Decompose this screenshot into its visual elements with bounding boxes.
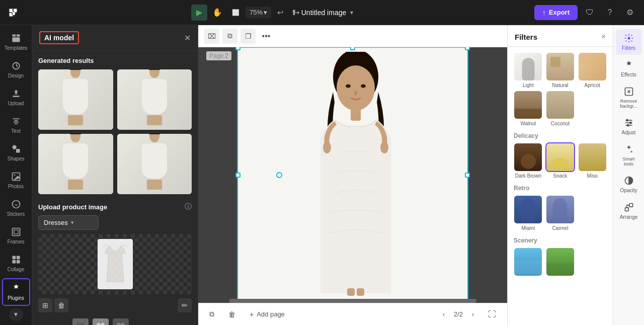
- category-dropdown[interactable]: Dresses ▾: [38, 215, 99, 230]
- filter-light[interactable]: Light: [514, 53, 543, 88]
- edit-button[interactable]: ✏: [178, 298, 192, 312]
- upload-header: Upload product image ⓘ: [38, 202, 192, 211]
- export-button[interactable]: ↑ Export: [534, 5, 578, 20]
- upload-area[interactable]: [38, 234, 192, 294]
- svg-rect-14: [16, 260, 20, 264]
- svg-rect-19: [351, 108, 361, 121]
- right-tool-remove-bg[interactable]: Remove backgr...: [616, 83, 642, 113]
- filter-apricot[interactable]: Apricot: [578, 53, 607, 88]
- help-icon[interactable]: ?: [602, 5, 618, 21]
- grid-view-button[interactable]: ⊞: [38, 298, 52, 312]
- settings-icon[interactable]: ⚙: [622, 5, 638, 21]
- canvas-viewport[interactable]: Page 2: [198, 47, 507, 303]
- svg-point-17: [346, 85, 351, 88]
- crop-tool[interactable]: ⌧: [204, 29, 219, 44]
- shield-icon[interactable]: 🛡: [582, 5, 598, 21]
- generated-result-3[interactable]: [38, 134, 113, 194]
- right-tool-filters[interactable]: Filters: [616, 29, 642, 55]
- svg-rect-5: [16, 149, 20, 153]
- document-title-area[interactable]: ⬆ Untitled image ▾: [291, 8, 354, 17]
- right-tool-adjust[interactable]: Adjust: [616, 114, 642, 139]
- filter-apricot-thumb: [579, 53, 606, 80]
- svg-rect-12: [16, 256, 20, 260]
- generated-result-2[interactable]: [117, 69, 192, 130]
- sidebar-item-collage[interactable]: Collage: [2, 251, 30, 276]
- split-tool[interactable]: ⧉: [222, 29, 237, 44]
- canvas-tools: ▶ ✋ ⬜ 75% ▾ ↩ ↪: [191, 5, 303, 21]
- copy-page-button[interactable]: ⧉: [204, 307, 219, 321]
- filter-walnut-thumb: [514, 91, 542, 119]
- filters-panel: Filters × Light: [507, 25, 613, 325]
- svg-rect-2: [12, 37, 20, 42]
- add-page-button[interactable]: + Add page: [245, 307, 290, 321]
- right-tool-opacity[interactable]: Opacity: [616, 172, 642, 197]
- more-options-button[interactable]: •••: [259, 29, 274, 44]
- filter-snack[interactable]: Snack: [546, 143, 575, 179]
- canvas-area: ⌧ ⧉ ❐ ••• Page 2: [198, 25, 507, 325]
- sidebar-item-frames[interactable]: Frames: [2, 223, 30, 249]
- svg-point-16: [337, 65, 375, 111]
- filter-scenery-2[interactable]: [546, 248, 575, 278]
- generated-result-4[interactable]: [117, 134, 192, 194]
- sidebar-item-text[interactable]: Text: [2, 112, 30, 138]
- duplicate-tool[interactable]: ❐: [240, 29, 256, 44]
- svg-point-4: [12, 145, 16, 149]
- filters-close-button[interactable]: ×: [601, 32, 606, 41]
- canvas-scroll-thumb: [229, 299, 476, 303]
- filter-darkbrown[interactable]: Dark Brown: [514, 143, 543, 179]
- generated-result-1[interactable]: [38, 69, 113, 130]
- ai-panel-close-button[interactable]: ✕: [184, 33, 191, 43]
- svg-point-18: [361, 85, 366, 88]
- sidebar-item-stickers[interactable]: Stickers: [2, 195, 30, 221]
- frame-tool[interactable]: ⬜: [227, 5, 244, 21]
- svg-point-24: [627, 37, 630, 40]
- canvas-scroll[interactable]: [198, 299, 507, 303]
- handle-top-middle[interactable]: [350, 47, 355, 50]
- main-layout: Templates Design Upload Text Shapes Phot…: [0, 25, 644, 325]
- logo-button[interactable]: [6, 6, 20, 20]
- svg-point-20: [323, 141, 331, 153]
- ai-panel-header: AI model ✕: [32, 25, 198, 51]
- canvas-toolbar: ⌧ ⧉ ❐ •••: [198, 25, 507, 47]
- filter-miso[interactable]: Miso: [578, 143, 607, 179]
- filter-walnut[interactable]: Walnut: [514, 91, 543, 126]
- delete-page-button[interactable]: 🗑: [223, 307, 240, 321]
- filter-natural[interactable]: Natural: [546, 53, 575, 88]
- sidebar-item-plugins[interactable]: Plugins: [2, 278, 30, 306]
- sidebar-item-upload[interactable]: Upload: [2, 85, 30, 110]
- handle-middle-right[interactable]: [465, 173, 470, 178]
- fullscreen-button[interactable]: ⛶: [483, 307, 501, 322]
- prev-page-button[interactable]: ‹: [438, 308, 450, 320]
- handle-top-right[interactable]: [465, 47, 470, 50]
- handle-top-left[interactable]: [235, 47, 240, 50]
- right-tool-arrange[interactable]: Arrange: [616, 198, 642, 224]
- filter-carmel[interactable]: Carmel: [546, 196, 575, 231]
- sidebar-item-design[interactable]: Design: [2, 57, 30, 83]
- sidebar-item-photos[interactable]: Photos: [2, 168, 30, 193]
- right-tool-effects[interactable]: Effects: [616, 56, 642, 82]
- delete-button[interactable]: 🗑: [54, 298, 68, 312]
- hand-tool[interactable]: ✋: [209, 5, 225, 21]
- filter-coconut[interactable]: Coconut: [546, 91, 575, 126]
- sample-3[interactable]: [113, 318, 129, 325]
- right-tool-smart-tools[interactable]: Smart tools: [616, 140, 642, 171]
- zoom-control[interactable]: 75% ▾: [246, 7, 271, 18]
- svg-rect-33: [625, 208, 628, 211]
- sample-2[interactable]: [93, 318, 109, 325]
- filter-scenery-1[interactable]: [514, 248, 543, 278]
- rotation-handle[interactable]: [276, 172, 282, 178]
- sidebar-item-shapes[interactable]: Shapes: [2, 140, 30, 166]
- title-caret: ▾: [350, 9, 353, 16]
- select-tool[interactable]: ▶: [191, 5, 207, 21]
- upload-info-icon[interactable]: ⓘ: [185, 202, 192, 211]
- handle-middle-left[interactable]: [235, 173, 240, 178]
- sidebar-collapse[interactable]: ▼: [9, 308, 23, 321]
- next-page-button[interactable]: ›: [467, 308, 479, 320]
- sidebar-item-templates[interactable]: Templates: [2, 29, 30, 55]
- sample-1[interactable]: [72, 318, 89, 325]
- canvas-frame[interactable]: [237, 47, 468, 303]
- filter-miami[interactable]: Miami: [514, 196, 543, 231]
- page-indicator: 2/2: [454, 310, 463, 318]
- filter-miso-thumb: [579, 143, 606, 171]
- undo-button[interactable]: ↩: [273, 6, 287, 20]
